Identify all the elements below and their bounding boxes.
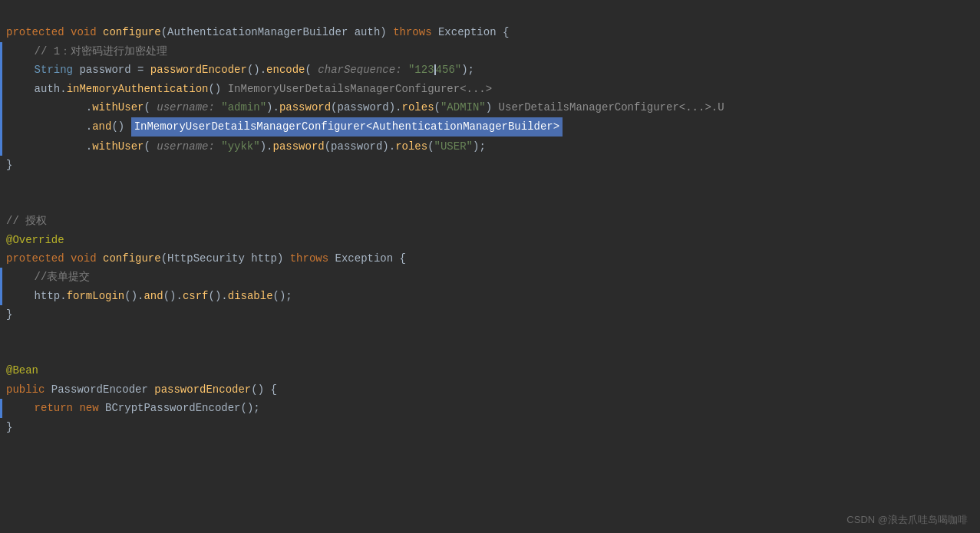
code-line-line10: @Override	[0, 231, 980, 249]
line-content: .and() InMemoryUserDetailsManagerConfigu…	[2, 117, 980, 136]
code-token-1: and	[92, 120, 111, 133]
code-token-0: .	[8, 120, 92, 133]
code-token-0: // 授权	[6, 215, 47, 227]
line-content: @Override	[0, 232, 980, 248]
code-token-0: @Bean	[6, 364, 38, 377]
code-token-6: throws	[290, 252, 328, 265]
code-token-3: (	[161, 26, 167, 38]
code-token-0: }	[6, 159, 12, 171]
code-line-line1: protected void configure(AuthenticationM…	[0, 23, 980, 41]
code-token-7: Exception {	[432, 26, 510, 38]
code-token-0: @Override	[6, 234, 64, 246]
code-editor: protected void configure(AuthenticationM…	[0, 0, 980, 443]
line-content: public PasswordEncoder passwordEncoder()…	[0, 381, 980, 398]
code-token-1: void	[71, 26, 103, 38]
watermark: CSDN @浪去爪哇岛喝咖啡	[846, 513, 968, 527]
code-token-4: ().	[247, 64, 266, 76]
code-line-line12: //表单提交	[0, 268, 980, 286]
code-line-line15: @Bean	[0, 361, 980, 380]
code-token-7: disable	[228, 290, 273, 302]
line-content: protected void configure(HttpSecurity ht…	[0, 250, 980, 267]
code-token-0: }	[6, 308, 12, 321]
code-token-0	[8, 64, 35, 76]
code-token-6: throws	[393, 26, 431, 38]
line-content	[0, 176, 980, 192]
code-token-5: BCryptPasswordEncoder	[105, 402, 240, 414]
line-content	[0, 344, 980, 360]
code-token-1: withUser	[92, 140, 144, 153]
code-token-2: (	[144, 140, 157, 153]
code-line-line_blank1	[0, 175, 980, 193]
line-content: String password = passwordEncoder().enco…	[2, 61, 980, 78]
line-content: return new BCryptPasswordEncoder();	[2, 400, 980, 416]
line-content	[0, 194, 980, 211]
code-line-line_blank2	[0, 193, 980, 212]
code-line-line11: protected void configure(HttpSecurity ht…	[0, 249, 980, 268]
code-line-line3: String password = passwordEncoder().enco…	[0, 61, 980, 79]
code-token-0: .	[8, 101, 92, 114]
code-token-4: HttpSecurity	[167, 252, 245, 265]
code-token-3: new	[79, 402, 98, 414]
code-token-0: auth.	[8, 83, 67, 95]
code-line-line13: http.formLogin().and().csrf().disable();	[0, 287, 980, 305]
code-token-10: "ADMIN"	[441, 101, 486, 114]
code-token-0: public	[6, 383, 51, 396]
code-token-3: and	[144, 290, 163, 302]
code-token-2: configure	[103, 252, 161, 265]
code-token-6: (	[305, 64, 318, 76]
code-line-line14: }	[0, 305, 980, 324]
code-token-0: // 1：对密码进行加密处理	[8, 45, 167, 58]
code-line-line17: return new BCryptPasswordEncoder();	[0, 399, 980, 417]
code-token-4: AuthenticationManagerBuilder	[167, 26, 348, 38]
code-token-7: charSequence:	[318, 64, 408, 76]
code-token-0: protected	[6, 26, 71, 38]
line-content: }	[0, 156, 980, 173]
code-token-3: username:	[157, 140, 221, 153]
code-token-0	[8, 402, 35, 414]
line-content: @Bean	[0, 362, 980, 379]
code-token-2	[148, 383, 154, 396]
code-token-11: )	[486, 101, 499, 114]
line-content: http.formLogin().and().csrf().disable();	[2, 288, 980, 304]
code-token-2: (	[144, 101, 157, 114]
code-token-8: "123	[408, 64, 434, 76]
code-token-2: configure	[103, 26, 161, 38]
line-content: // 授权	[0, 212, 980, 229]
code-line-line_blank4	[0, 343, 980, 361]
code-token-0: protected	[6, 252, 71, 265]
line-content: //表单提交	[2, 268, 980, 285]
code-line-line18: }	[0, 418, 980, 436]
code-token-11: );	[461, 64, 474, 76]
code-token-7: (password).	[325, 140, 395, 153]
code-line-line4: auth.inMemoryAuthentication() InMemoryUs…	[0, 80, 980, 98]
code-token-2: password =	[73, 64, 150, 76]
code-token-6: ();	[241, 402, 260, 414]
code-token-4: ().	[163, 290, 183, 302]
code-token-1: inMemoryAuthentication	[67, 83, 209, 95]
code-token-1: return	[35, 402, 73, 414]
code-line-line2: // 1：对密码进行加密处理	[0, 42, 980, 61]
line-content	[0, 325, 980, 342]
code-token-3: passwordEncoder	[154, 383, 251, 396]
code-line-line8: }	[0, 156, 980, 174]
code-token-4: () {	[251, 383, 277, 396]
line-content: // 1：对密码进行加密处理	[2, 43, 980, 60]
code-token-5: ).	[260, 140, 273, 153]
code-token-6: ().	[209, 290, 228, 302]
code-token-2: ()	[111, 120, 130, 133]
code-token-5: http)	[245, 252, 290, 265]
code-token-8: ();	[273, 290, 292, 302]
code-line-line6_tooltip: .and() InMemoryUserDetailsManagerConfigu…	[0, 117, 980, 137]
code-line-line16: public PasswordEncoder passwordEncoder()…	[0, 380, 980, 399]
line-content: .withUser( username: "yykk").password(pa…	[2, 138, 980, 155]
code-line-line5: .withUser( username: "admin").password(p…	[0, 98, 980, 117]
code-token-10: 456"	[436, 64, 462, 76]
code-token-10: "USER"	[434, 140, 473, 153]
code-token-8: roles	[395, 140, 427, 153]
code-token-3: username:	[157, 101, 221, 114]
code-token-6: password	[279, 101, 331, 114]
code-token-7: (password).	[331, 101, 401, 114]
code-token-6: password	[273, 140, 325, 153]
code-line-line_blank3	[0, 324, 980, 343]
code-token-2: ()	[208, 83, 227, 95]
